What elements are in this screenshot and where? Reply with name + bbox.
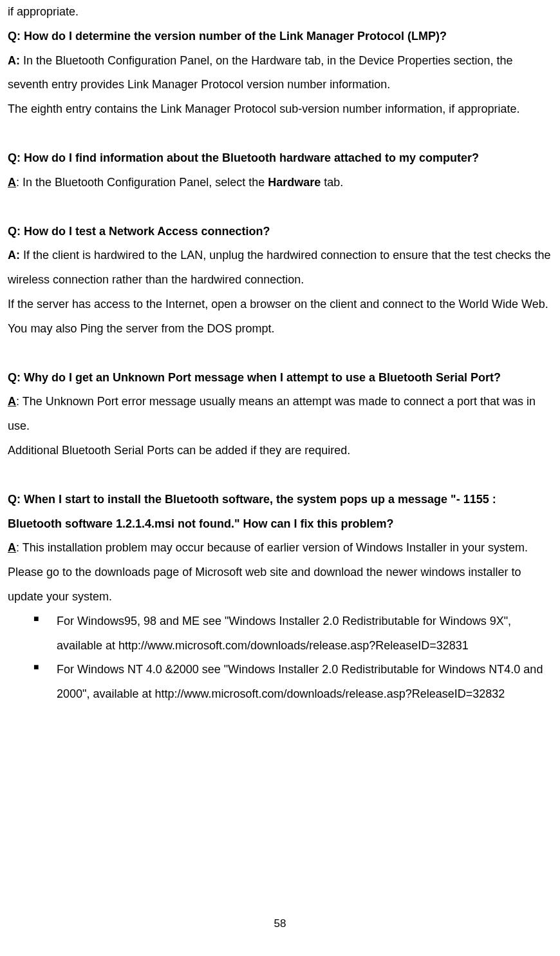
- spacer: [8, 463, 552, 488]
- question-3-text: Q: How do I test a Network Access connec…: [8, 225, 270, 238]
- question-4-text: Q: Why do I get an Unknown Port message …: [8, 371, 501, 384]
- document-content: if appropriate. Q: How do I determine th…: [8, 0, 552, 707]
- answer-3-text: If the client is hardwired to the LAN, u…: [8, 249, 550, 286]
- answer-3-para2: If the server has access to the Internet…: [8, 292, 552, 317]
- question-2: Q: How do I find information about the B…: [8, 146, 552, 171]
- answer-5: A: This installation problem may occur b…: [8, 536, 552, 609]
- question-5: Q: When I start to install the Bluetooth…: [8, 488, 552, 537]
- bullet-list: For Windows95, 98 and ME see "Windows In…: [8, 609, 552, 707]
- question-1: Q: How do I determine the version number…: [8, 24, 552, 49]
- answer-2-text: : In the Bluetooth Configuration Panel, …: [16, 176, 268, 189]
- question-4: Q: Why do I get an Unknown Port message …: [8, 366, 552, 390]
- answer-3-para3: You may also Ping the server from the DO…: [8, 317, 552, 341]
- answer-1-para1: A: In the Bluetooth Configuration Panel,…: [8, 49, 552, 98]
- answer-4-text: : The Unknown Port error message usually…: [8, 395, 536, 432]
- bullet-item-1: For Windows95, 98 and ME see "Windows In…: [33, 609, 552, 658]
- answer-2: A: In the Bluetooth Configuration Panel,…: [8, 171, 552, 195]
- hardware-word: Hardware: [268, 176, 321, 189]
- answer-5-text: : This installation problem may occur be…: [8, 541, 528, 603]
- answer-4-para2: Additional Bluetooth Serial Ports can be…: [8, 439, 552, 463]
- spacer: [8, 122, 552, 146]
- answer-1-para2: The eighth entry contains the Link Manag…: [8, 97, 552, 122]
- bullet-item-2: For Windows NT 4.0 &2000 see "Windows In…: [33, 658, 552, 707]
- answer-3-label: A:: [8, 249, 20, 262]
- answer-3-para1: A: If the client is hardwired to the LAN…: [8, 244, 552, 292]
- spacer: [8, 195, 552, 220]
- question-1-text: Q: How do I determine the version number…: [8, 30, 447, 43]
- question-2-text: Q: How do I find information about the B…: [8, 151, 479, 164]
- answer-1-text: In the Bluetooth Configuration Panel, on…: [8, 54, 512, 91]
- answer-2-label: A: [8, 176, 16, 189]
- page-number: 58: [0, 912, 560, 935]
- question-3: Q: How do I test a Network Access connec…: [8, 220, 552, 244]
- answer-2-text2: tab.: [321, 176, 343, 189]
- answer-4-para1: A: The Unknown Port error message usuall…: [8, 390, 552, 439]
- spacer: [8, 341, 552, 366]
- answer-5-label: A: [8, 541, 16, 554]
- answer-4-label: A: [8, 395, 16, 408]
- question-5-text: Q: When I start to install the Bluetooth…: [8, 493, 496, 530]
- answer-1-label: A:: [8, 54, 20, 67]
- paragraph-fragment: if appropriate.: [8, 0, 552, 24]
